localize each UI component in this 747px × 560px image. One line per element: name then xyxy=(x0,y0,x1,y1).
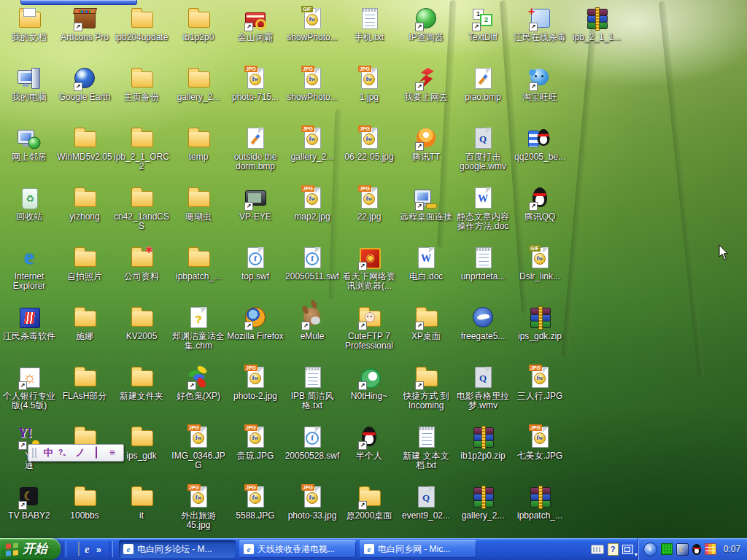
desktop-icon[interactable]: fwJPG22.jpg xyxy=(340,185,398,222)
desktop-icon[interactable]: fwJPGshowPhoto... xyxy=(283,66,341,102)
desktop-icon[interactable]: W电白.doc xyxy=(397,245,455,281)
desktop-icon[interactable]: ib1p2p0 xyxy=(169,6,228,42)
desktop-icon[interactable]: fwJPGmap2.jpg xyxy=(283,185,341,222)
tray-restore-window-icon[interactable] xyxy=(622,545,633,554)
desktop-icon[interactable]: IPB 简洁风格.txt xyxy=(283,365,341,411)
desktop-icon[interactable]: ↗eMule xyxy=(283,305,341,341)
desktop-icon[interactable]: f20050511.swf xyxy=(283,245,341,281)
desktop-icon[interactable]: Qevent9_02... xyxy=(397,484,455,521)
desktop-icon[interactable]: +↗江民在线杀毒 xyxy=(511,6,569,42)
ime-width-mode-button[interactable]: ?。 xyxy=(57,446,71,459)
desktop-icon[interactable]: fwJPG贵琼.JPG xyxy=(226,424,285,461)
desktop-icon[interactable]: ↗快捷方式 到 Incoming xyxy=(397,365,455,411)
desktop-icon[interactable]: fwJPG5588.JPG xyxy=(226,484,285,521)
desktop-icon[interactable]: ↗VP-EYE xyxy=(226,185,285,222)
desktop-icon[interactable]: ↗原2000桌面 xyxy=(340,484,398,521)
desktop-icon[interactable]: qq2005_be... xyxy=(511,125,569,162)
tray-color-grid-icon[interactable] xyxy=(705,543,716,555)
desktop-icon[interactable]: ↗金山词霸 xyxy=(226,6,285,42)
desktop-icon[interactable]: outside the dorm.bmp xyxy=(226,125,285,171)
desktop-icon[interactable]: ips_gdk.zip xyxy=(511,305,569,341)
desktop-icon[interactable]: gallery_2... xyxy=(454,484,512,521)
desktop-icon[interactable]: ↗Mozilla Firefox xyxy=(226,305,285,341)
desktop-icon[interactable]: it xyxy=(112,484,171,521)
desktop-icon[interactable]: 新建文件夹 xyxy=(112,365,171,401)
desktop-icon[interactable]: ?郑渊洁童话全集.chm xyxy=(169,305,228,351)
desktop-icon[interactable]: ↗腾讯QQ xyxy=(511,185,569,222)
desktop-icon[interactable]: ipbpatch_... xyxy=(511,484,569,521)
quicklaunch-overflow-chevron[interactable]: » xyxy=(95,543,103,556)
desktop-icon[interactable]: ipb_2_1_1... xyxy=(568,6,626,42)
desktop-icon[interactable]: fwJPGgallery_2... xyxy=(283,125,341,162)
desktop-icon[interactable]: gallery_2... xyxy=(169,66,228,102)
desktop-icon[interactable]: W静态文章内容 操作方法.doc xyxy=(454,185,512,231)
ime-punctuation-mode-button[interactable]: ノ xyxy=(73,446,88,459)
tray-ime-keyboard-icon[interactable] xyxy=(591,545,604,554)
desktop-icon[interactable]: ↗好色鬼(XP) xyxy=(169,365,228,401)
desktop-icon[interactable]: ↗XP桌面 xyxy=(397,305,455,341)
taskbar-task-button[interactable]: e电白同乡网 - Mic... xyxy=(360,540,476,558)
desktop-icon[interactable]: fwJPG1.jpg xyxy=(340,66,398,102)
ime-language-bar[interactable]: 中?。ノ≡ xyxy=(28,444,124,462)
ime-soft-keyboard-button[interactable] xyxy=(89,446,104,459)
desktop-icon[interactable]: 我的文档 xyxy=(0,6,58,42)
desktop-icon[interactable]: ↗我要上网去 xyxy=(397,66,455,102)
desktop-icon[interactable]: 12↗TextDiff xyxy=(454,6,512,42)
desktop-icon[interactable]: 新建 文本文档.txt xyxy=(397,424,455,470)
tray-green-grid-icon[interactable] xyxy=(661,543,673,555)
desktop-icon[interactable]: ↗Google Earth xyxy=(55,66,114,102)
tray-clock[interactable]: 0:07 xyxy=(720,544,740,554)
desktop-icon[interactable]: ↗半个人 xyxy=(340,424,398,461)
desktop-icon[interactable]: ♻回收站 xyxy=(0,185,58,222)
taskbar-task-button[interactable]: e天线接收香港电视... xyxy=(239,540,356,558)
desktop-icon[interactable]: 网上邻居 xyxy=(0,125,58,162)
desktop-icon[interactable]: cn42_1andCSS xyxy=(112,185,171,231)
desktop-icon[interactable]: fwJPG七美女.JPG xyxy=(511,424,569,461)
desktop-icon[interactable]: ipb_2_1_ORC2 xyxy=(112,125,171,171)
desktop-icon[interactable]: temp xyxy=(169,125,228,162)
ime-chinese-mode-button[interactable]: 中 xyxy=(41,446,55,459)
desktop-icon[interactable]: fwJPGphoto-2.jpg xyxy=(226,365,285,401)
desktop-icon[interactable]: piao.bmp xyxy=(454,66,512,102)
desktop-icon[interactable]: freegate5... xyxy=(454,305,512,341)
desktop-icon[interactable]: Q百度打击 google.wmv xyxy=(454,125,512,171)
desktop-icon[interactable]: ipb204update xyxy=(112,6,171,42)
desktop-icon[interactable]: 珊瑚虫 xyxy=(169,185,228,222)
desktop-icon[interactable]: 自拍照片 xyxy=(55,245,114,281)
desktop-icon[interactable]: eInternet Explorer xyxy=(0,245,58,291)
taskbar-task-button[interactable]: e电白同乡论坛 - M... xyxy=(119,540,236,558)
desktop-icon[interactable]: ☾↗TV BABY2 xyxy=(0,484,58,521)
desktop-icon[interactable]: ↗N0tHing~ xyxy=(340,365,398,401)
desktop-icon[interactable]: 主页备份 xyxy=(112,66,171,102)
desktop-icon[interactable]: ◉↗看天下网络资讯浏览器(... xyxy=(340,245,398,291)
desktop-icon[interactable]: 手机.txt xyxy=(340,6,398,42)
desktop-icon[interactable]: ↗腾讯TT xyxy=(397,125,455,162)
desktop-icon[interactable]: ftop.swf xyxy=(226,245,285,281)
ime-ime-options-menu-button[interactable]: ≡ xyxy=(105,446,120,459)
desktop-icon[interactable]: 施娜 xyxy=(55,305,114,341)
desktop-icon[interactable]: 100bbs xyxy=(55,484,114,521)
desktop-icon[interactable]: fwGIFDslr_link... xyxy=(511,245,569,281)
desktop-icon[interactable]: 江民杀毒软件 xyxy=(0,305,58,341)
tray-help-icon[interactable]: ? xyxy=(608,543,619,556)
quicklaunch-internet-explorer-icon[interactable]: e xyxy=(85,542,90,556)
desktop-icon[interactable]: Q电影香格里拉梦.wmv xyxy=(454,365,512,411)
desktop-icon[interactable]: KV2005 xyxy=(112,305,171,341)
desktop-icon[interactable]: 我的电脑 xyxy=(0,66,58,102)
desktop-icon[interactable]: yizhong xyxy=(55,185,114,222)
desktop-icon[interactable]: FLAsH部分 xyxy=(55,365,114,401)
tray-collapse-chevron-icon[interactable]: ‹ xyxy=(643,542,657,556)
quicklaunch-show-desktop-icon[interactable] xyxy=(78,542,80,556)
desktop-icon[interactable]: fwJPG三人行.JPG xyxy=(511,365,569,401)
desktop-icon[interactable]: unprtdeta... xyxy=(454,245,512,281)
desktop-icon[interactable]: fwGIFshowPhoto... xyxy=(283,6,341,42)
desktop-icon[interactable]: fwJPG外出旅游 45.jpg xyxy=(169,484,228,530)
desktop-icon[interactable]: ↗远程桌面连接 xyxy=(397,185,455,222)
desktop-icon[interactable]: ↗淘宝旺旺 xyxy=(511,66,569,102)
desktop-icon[interactable]: ↗ArtIcons Pro xyxy=(55,6,114,42)
desktop-icon[interactable]: ipbpatch_... xyxy=(169,245,228,281)
desktop-icon[interactable]: ib1p2p0.zip xyxy=(454,424,512,461)
ime-drag-grip[interactable] xyxy=(32,448,36,458)
desktop-icon[interactable]: fwJPGIMG_0346.JPG xyxy=(169,424,228,470)
desktop-icon[interactable]: ☼↗个人银行专业版(4.5版) xyxy=(0,365,58,411)
